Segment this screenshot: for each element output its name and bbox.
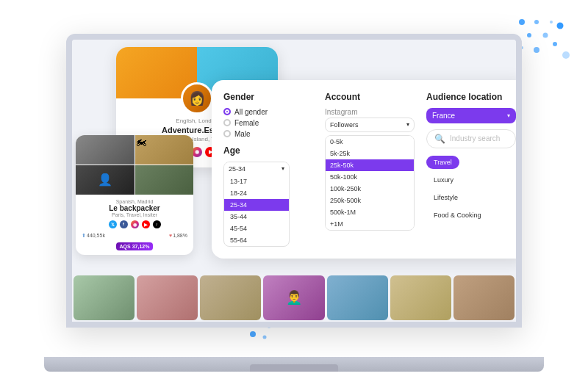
strip-item-3 [200, 275, 261, 320]
radio-all-gender[interactable] [223, 108, 231, 115]
avatar: 👩 [181, 82, 213, 115]
range-250k-500k[interactable]: 250k-500k [326, 195, 414, 206]
account-title: Account [325, 92, 415, 102]
strip-item-5 [327, 275, 388, 320]
scene: 👩 English, London Adventure.Escape Beach… [0, 0, 588, 390]
photo-1 [76, 135, 135, 165]
gender-female[interactable]: Female [223, 119, 313, 127]
industry-tags: Travel Luxury Lifestyle Food & Cooking [426, 154, 516, 225]
instagram-icon-2[interactable]: ◉ [131, 220, 139, 228]
followers-dropdown[interactable]: Followers ▾ [325, 118, 415, 132]
age-dropdown[interactable]: 25-34 ▾ 13-17 18-24 25-34 35-44 45-54 55 [223, 162, 290, 247]
range-0-5k[interactable]: 0-5k [326, 136, 414, 148]
tag-luxury[interactable]: Luxury [426, 173, 461, 187]
chevron-down-icon: ▾ [282, 165, 284, 172]
age-35-44[interactable]: 35-44 [224, 211, 289, 223]
range-500k-1m[interactable]: 500k-1M [326, 206, 414, 218]
audience-title: Audience location [426, 92, 516, 102]
strip-item-4: 👨‍🦱 [263, 275, 324, 320]
gender-all[interactable]: All gender [223, 108, 313, 116]
age-45-54[interactable]: 45-54 [224, 223, 289, 234]
gender-male[interactable]: Male [223, 130, 313, 138]
location-2: Spanish, Madrid [82, 199, 187, 204]
strip-item-2 [137, 275, 198, 320]
tag-food-cooking[interactable]: Food & Cooking [426, 209, 489, 222]
age-13-17[interactable]: 13-17 [224, 176, 289, 187]
range-50k-100k[interactable]: 50k-100k [326, 171, 414, 183]
tiktok-icon-2[interactable]: ♪ [153, 220, 161, 228]
radio-male[interactable] [223, 130, 231, 137]
filter-panel: Gender All gender Female Male [212, 80, 522, 259]
laptop-notch [250, 364, 338, 372]
age-dropdown-header[interactable]: 25-34 ▾ [224, 162, 289, 176]
profile-card-2: 🏍 👤 Spanish, Madrid Le backpacker Paris,… [76, 135, 193, 255]
youtube-icon-2[interactable]: ▶ [142, 220, 150, 228]
instagram-icon[interactable]: ◉ [192, 147, 202, 157]
radio-female[interactable] [223, 119, 231, 126]
chevron-down-icon-location: ▾ [507, 112, 510, 119]
laptop: 👩 English, London Adventure.Escape Beach… [44, 34, 544, 372]
location-dropdown[interactable]: France ▾ [426, 108, 516, 123]
industry-search-placeholder: Industry search [450, 134, 500, 142]
age-18-24[interactable]: 18-24 [224, 187, 289, 199]
svg-point-1 [534, 20, 539, 24]
svg-point-0 [519, 19, 525, 25]
strip-item-6 [390, 275, 451, 320]
bottom-image-strip: 👨‍🦱 [72, 274, 516, 322]
stats-2: ⬆ 440,55k ♥ 1,88% [82, 233, 187, 239]
industry-search-box[interactable]: 🔍 Industry search [426, 129, 516, 148]
gender-section: Gender All gender Female Male [223, 92, 313, 247]
photo-4 [135, 165, 194, 195]
photo-grid: 🏍 👤 [76, 135, 193, 195]
strip-item-7 [453, 275, 514, 320]
engagement-stat: ♥ 1,88% [169, 233, 187, 239]
range-25k-50k[interactable]: 25k-50k [326, 159, 414, 171]
svg-point-2 [550, 21, 553, 24]
range-1m-plus[interactable]: +1M [326, 218, 414, 230]
laptop-screen: 👩 English, London Adventure.Escape Beach… [66, 34, 522, 328]
svg-point-8 [553, 42, 557, 46]
strip-item-1 [74, 275, 135, 320]
svg-point-9 [562, 51, 570, 59]
range-100k-250k[interactable]: 100k-250k [326, 183, 414, 195]
aqs-badge: AQS 37,12% [116, 242, 154, 250]
tag-lifestyle[interactable]: Lifestyle [426, 191, 465, 204]
name-2: Le backpacker [82, 204, 187, 212]
tag-travel[interactable]: Travel [426, 156, 459, 169]
profile-info-2: Spanish, Madrid Le backpacker Paris, Tra… [76, 195, 193, 255]
gender-title: Gender [223, 92, 313, 102]
location-value: France [432, 112, 455, 120]
svg-point-5 [557, 23, 564, 29]
facebook-icon-2[interactable]: f [120, 220, 128, 228]
photo-3: 👤 [76, 165, 135, 195]
tags-2: Paris, Travel, Insiter [82, 212, 187, 217]
age-55-64[interactable]: 55-64 [224, 234, 289, 246]
screen-content: 👩 English, London Adventure.Escape Beach… [72, 40, 516, 322]
social-icons-2: 𝕏 f ◉ ▶ ♪ [82, 220, 187, 228]
followers-stat: ⬆ 440,55k [82, 233, 105, 239]
search-icon: 🔍 [434, 134, 445, 144]
photo-2: 🏍 [135, 135, 194, 165]
age-list: 13-17 18-24 25-34 35-44 45-54 55-64 [224, 176, 289, 246]
range-5k-25k[interactable]: 5k-25k [326, 148, 414, 159]
chevron-down-icon-followers: ▾ [406, 121, 409, 128]
age-title: Age [223, 145, 313, 156]
audience-section: Audience location France ▾ 🔍 Industry se… [426, 92, 516, 247]
account-section: Account Instagram Followers ▾ 0-5k 5k-25… [325, 92, 415, 247]
followers-range-list: 0-5k 5k-25k 25k-50k 50k-100k 100k-250k 2… [325, 135, 415, 231]
twitter-icon-2[interactable]: 𝕏 [109, 220, 117, 228]
account-subtitle: Instagram [325, 108, 415, 116]
age-25-34[interactable]: 25-34 [224, 199, 289, 211]
laptop-base [44, 357, 544, 372]
